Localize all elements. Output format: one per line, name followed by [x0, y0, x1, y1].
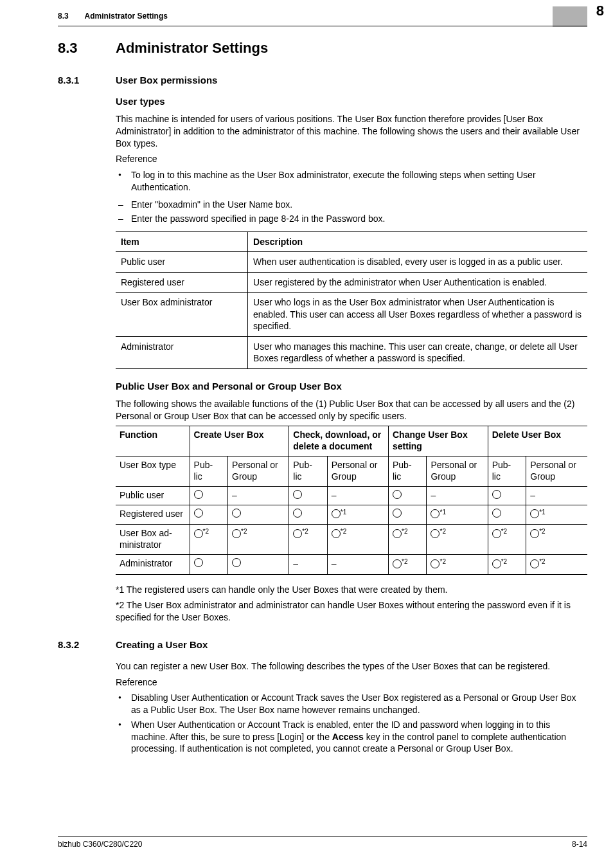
- circle-icon: [431, 529, 440, 538]
- td: *2: [526, 525, 587, 555]
- circle-icon: [530, 509, 539, 518]
- td: Pub-lic: [289, 457, 328, 487]
- table-row: User Box ad-ministrator *2*2 *2*2 *2*2 *…: [116, 525, 587, 555]
- td: *1: [327, 505, 388, 525]
- td: Registered user: [116, 272, 248, 292]
- h2-number: 8.3.1: [58, 75, 116, 86]
- td: –: [526, 486, 587, 505]
- td: –: [228, 486, 289, 505]
- td: Personal or Group: [228, 457, 289, 487]
- td: *2: [388, 525, 427, 555]
- circle-icon: [232, 529, 241, 538]
- td: *2: [388, 555, 427, 575]
- footer-model: bizhub C360/C280/C220: [58, 840, 142, 849]
- h2-number: 8.3.2: [58, 639, 116, 650]
- circle-icon: [293, 490, 302, 499]
- td: [488, 505, 526, 525]
- th-function: Function: [116, 426, 190, 457]
- section-heading-2: 8.3.2 Creating a User Box: [58, 639, 587, 650]
- circle-icon: [530, 559, 539, 568]
- th-create: Create User Box: [190, 426, 289, 457]
- circle-icon: [431, 509, 440, 518]
- td: Pub-lic: [388, 457, 427, 487]
- td: [228, 555, 289, 575]
- td: *2: [427, 525, 488, 555]
- td: Personal or Group: [526, 457, 587, 487]
- footer-page: 8-14: [572, 840, 587, 849]
- td: –: [327, 486, 388, 505]
- td: –: [289, 555, 328, 575]
- footnote-2: *2 The User Box administrator and admini…: [116, 599, 587, 624]
- circle-icon: [232, 558, 241, 567]
- td: *2: [488, 555, 526, 575]
- bold-text: Access: [332, 732, 364, 742]
- circle-icon: [492, 509, 501, 518]
- circle-icon: [194, 558, 203, 567]
- h3-user-types: User types: [116, 96, 587, 107]
- bullet-item: To log in to this machine as the User Bo…: [116, 169, 587, 194]
- th-check: Check, download, or delete a document: [289, 426, 389, 457]
- dash-item: Enter "boxadmin" in the User Name box.: [116, 199, 587, 211]
- td: *2: [190, 525, 228, 555]
- td: *1: [526, 505, 587, 525]
- reference-dashes: Enter "boxadmin" in the User Name box. E…: [116, 199, 587, 226]
- paragraph: You can register a new User Box. The fol…: [116, 660, 587, 673]
- header-rule: [58, 26, 587, 26]
- header-section-number: 8.3: [58, 12, 69, 21]
- td: Administrator: [116, 555, 190, 575]
- circle-icon: [393, 490, 402, 499]
- circle-icon: [194, 509, 203, 518]
- intro-paragraph: This machine is intended for users of va…: [116, 113, 587, 149]
- td: *2: [526, 555, 587, 575]
- table-row: Registered user *1 *1 *1: [116, 505, 587, 525]
- reference-label: Reference: [116, 153, 587, 165]
- circle-icon: [194, 529, 203, 538]
- dash-item: Enter the password specified in page 8-2…: [116, 213, 587, 225]
- reference-bullets: Disabling User Authentication or Account…: [116, 692, 587, 755]
- td: [388, 505, 427, 525]
- td: [289, 505, 328, 525]
- reference-label: Reference: [116, 676, 587, 689]
- circle-icon: [492, 490, 501, 499]
- td: Public user: [116, 486, 190, 505]
- chapter-number: 8: [596, 3, 604, 19]
- td: Registered user: [116, 505, 190, 525]
- td: [228, 505, 289, 525]
- td: When user authentication is disabled, ev…: [248, 252, 587, 272]
- table-row: Public user – – – –: [116, 486, 587, 505]
- th-delete: Delete User Box: [488, 426, 587, 457]
- table-row: Registered userUser registered by the ad…: [116, 272, 587, 292]
- circle-icon: [194, 490, 203, 499]
- td: User who manages this machine. This user…: [248, 336, 587, 368]
- td: *2: [488, 525, 526, 555]
- td: *2: [289, 525, 328, 555]
- circle-icon: [530, 529, 539, 538]
- h1-title: Administrator Settings: [116, 40, 268, 57]
- reference-bullets: To log in to this machine as the User Bo…: [116, 169, 587, 194]
- circle-icon: [293, 529, 302, 538]
- circle-icon: [492, 529, 501, 538]
- td: [190, 505, 228, 525]
- user-types-table: Item Description Public userWhen user au…: [116, 231, 587, 369]
- table-head-row: Function Create User Box Check, download…: [116, 426, 587, 457]
- td: Personal or Group: [427, 457, 488, 487]
- bullet-item: When User Authentication or Account Trac…: [116, 719, 587, 755]
- circle-icon: [393, 529, 402, 538]
- circle-icon: [393, 559, 402, 568]
- circle-icon: [431, 559, 440, 568]
- page-content: 8.3 Administrator Settings 8.3.1 User Bo…: [58, 40, 587, 760]
- td: [289, 486, 328, 505]
- th-item: Item: [116, 232, 248, 252]
- td: Pub-lic: [488, 457, 526, 487]
- section-heading-1: 8.3 Administrator Settings: [58, 40, 587, 57]
- table-row: Administrator –– *2*2 *2*2: [116, 555, 587, 575]
- paragraph: The following shows the available functi…: [116, 398, 587, 422]
- page-footer: bizhub C360/C280/C220 8-14: [58, 836, 587, 849]
- section-heading-2: 8.3.1 User Box permissions: [58, 75, 587, 86]
- circle-icon: [293, 509, 302, 518]
- td: User Box administrator: [116, 293, 248, 336]
- h3-public-personal: Public User Box and Personal or Group Us…: [116, 381, 587, 392]
- th-change: Change User Box setting: [388, 426, 488, 457]
- table-row: AdministratorUser who manages this machi…: [116, 336, 587, 368]
- table-row: User Box type Pub-licPersonal or Group P…: [116, 457, 587, 487]
